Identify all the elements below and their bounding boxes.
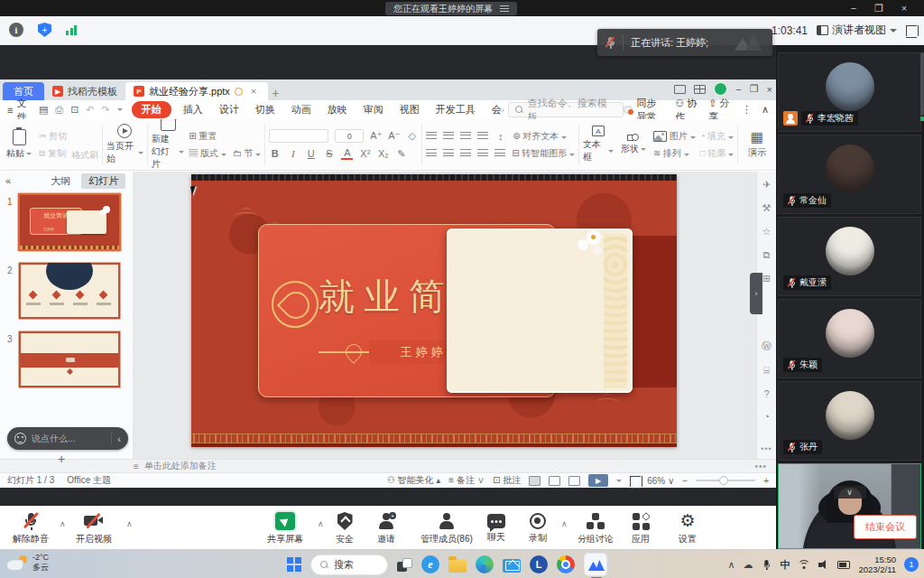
comments-toggle[interactable]: ⊡ 批注 <box>493 474 521 487</box>
tab-outline[interactable]: 大纲 <box>43 173 78 189</box>
slideshow-play-button[interactable]: ▶ <box>588 474 608 487</box>
ie-browser-icon[interactable]: e <box>421 555 439 573</box>
text-effect-icon[interactable]: ✎ <box>395 148 407 160</box>
tab-slides[interactable]: 幻灯片 <box>81 173 125 189</box>
beautify-button[interactable]: ⚇ 智能美化 ▴ <box>387 474 441 487</box>
underline-button[interactable]: U <box>305 148 317 159</box>
breakout-button[interactable]: 分组讨论 <box>578 512 614 545</box>
emoji-icon[interactable] <box>14 433 26 444</box>
save-icon[interactable]: ▤ <box>39 104 48 116</box>
tray-cloud-icon[interactable]: ☁ <box>743 559 753 571</box>
tab-document[interactable]: P 就业经验分享.pptx × <box>125 82 268 100</box>
menu-scroll-icon[interactable]: › <box>502 106 504 115</box>
taskbar-search[interactable]: 搜索 <box>310 555 388 575</box>
participant-tile[interactable]: 戴亚潆 <box>778 217 921 296</box>
paste-button[interactable]: 粘贴 <box>4 129 34 160</box>
shapes-button[interactable]: 形状 <box>618 134 649 155</box>
play-from-current-button[interactable]: 当页开始 <box>106 124 143 165</box>
slide-1[interactable]: 就业简谈 王婷婷 <box>191 174 677 447</box>
slide-thumbnail-3[interactable] <box>18 331 121 388</box>
tab-close-icon[interactable]: × <box>247 86 260 97</box>
cream-card[interactable] <box>447 228 633 393</box>
manage-members-button[interactable]: 管理成员(86) <box>420 512 473 545</box>
maximize-button[interactable]: ❐ <box>866 3 892 14</box>
menu-insert[interactable]: 插入 <box>175 103 211 117</box>
align-center-icon[interactable] <box>443 149 454 157</box>
new-slide-button[interactable]: 新建幻灯片 <box>152 119 185 171</box>
menu-start[interactable]: 开始 <box>132 101 171 118</box>
settings-button[interactable]: ⚙ 设置 <box>679 512 697 545</box>
tray-expand-icon[interactable]: ∧ <box>727 559 735 571</box>
task-view-button[interactable] <box>397 558 412 572</box>
zoom-level[interactable]: 66% ∨ <box>647 476 674 486</box>
rail-rocket-icon[interactable]: ✈ <box>762 179 771 191</box>
slide-canvas[interactable]: 就业简谈 王婷婷 <box>134 172 756 459</box>
blue-app-icon[interactable]: L <box>530 555 548 573</box>
preview-icon[interactable]: ⊡ <box>70 104 79 116</box>
chat-button[interactable]: 聊天 <box>487 512 505 544</box>
font-size-select[interactable]: 0 <box>335 129 364 143</box>
rail-settings-icon[interactable]: ⚒ <box>762 202 772 214</box>
view-mode-selector[interactable]: 演讲者视图 <box>817 23 897 38</box>
align-text-button[interactable]: ⊜ 对齐文本 <box>513 130 567 143</box>
watching-banner[interactable]: 您正在观看王婷婷的屏幕 <box>385 2 517 15</box>
clear-format-icon[interactable]: ◇ <box>406 130 418 142</box>
end-meeting-button[interactable]: 结束会议 <box>854 515 917 539</box>
minimize-button[interactable]: − <box>841 3 866 14</box>
section-button[interactable]: 🗀 节 <box>233 147 262 160</box>
menu-review[interactable]: 审阅 <box>356 103 392 117</box>
weather-widget[interactable]: -2°C多云 <box>7 553 49 573</box>
file-explorer-icon[interactable] <box>448 559 467 573</box>
columns-icon[interactable] <box>494 149 505 157</box>
start-video-button[interactable]: 开启视频 <box>76 512 112 545</box>
chat-collapse-icon[interactable]: ‹ <box>117 434 121 444</box>
ime-indicator[interactable]: 中 <box>780 558 790 572</box>
wps-restore-button[interactable]: ❐ <box>750 83 759 95</box>
decrease-font-icon[interactable]: A⁻ <box>388 130 400 142</box>
menu-transition[interactable]: 切换 <box>247 103 283 117</box>
notes-toggle[interactable]: ≡ 备注 ∨ <box>448 474 485 487</box>
undo-icon[interactable]: ↶ <box>86 104 94 116</box>
chrome-browser-icon[interactable] <box>557 555 575 573</box>
unmute-button[interactable]: 解除静音 <box>13 512 49 545</box>
battery-icon[interactable] <box>837 561 850 569</box>
rail-wps-icon[interactable]: Ⓦ <box>762 340 772 353</box>
notification-badge[interactable]: 1 <box>904 557 919 572</box>
rail-bell-icon[interactable]: ◔ <box>763 411 770 422</box>
theme-label[interactable]: Office 主题 <box>67 474 111 487</box>
indent-decrease-icon[interactable] <box>460 132 471 140</box>
wps-account-avatar[interactable] <box>714 82 727 96</box>
line-spacing-icon[interactable]: ↕ <box>494 131 506 142</box>
tray-mic-icon[interactable] <box>762 559 771 570</box>
align-right-icon[interactable] <box>460 149 471 157</box>
notes-more-icon[interactable]: ••• <box>754 461 776 471</box>
increase-font-icon[interactable]: A⁺ <box>370 130 382 142</box>
wifi-icon[interactable] <box>798 560 810 570</box>
menu-animation[interactable]: 动画 <box>283 103 319 117</box>
print-icon[interactable]: ⎙ <box>55 104 63 116</box>
meeting-app-icon[interactable] <box>584 553 607 576</box>
rail-layers-icon[interactable]: ⧉ <box>763 249 771 261</box>
italic-button[interactable]: I <box>287 148 299 159</box>
command-search-input[interactable]: 查找命令、搜索模板 <box>508 102 624 117</box>
rail-help-icon[interactable]: ? <box>763 388 769 399</box>
quick-chat-input[interactable]: 说点什么... ‹ <box>7 427 128 450</box>
font-name-select[interactable] <box>269 129 328 143</box>
more-icon[interactable]: ⋮ <box>742 104 752 116</box>
number-list-icon[interactable] <box>443 132 454 140</box>
menu-member[interactable]: 会 <box>484 103 502 117</box>
menu-devtools[interactable]: 开发工具 <box>428 103 484 117</box>
menu-slideshow[interactable]: 放映 <box>319 103 356 117</box>
zoom-slider-knob[interactable] <box>719 476 728 485</box>
video-options-icon[interactable]: ∧ <box>126 519 133 528</box>
participant-tile[interactable]: 常金仙 <box>778 135 921 214</box>
share-screen-button[interactable]: 共享屏幕 <box>267 512 303 545</box>
bold-button[interactable]: B <box>269 148 281 159</box>
fill-button[interactable]: ◔ 填充 <box>700 130 735 143</box>
mail-app-icon[interactable] <box>503 559 521 573</box>
close-button[interactable]: × <box>892 3 917 14</box>
layout-grid-icon[interactable] <box>694 85 706 94</box>
start-button[interactable] <box>287 557 301 572</box>
wps-close-button[interactable]: × <box>767 84 772 95</box>
reset-button[interactable]: ⊞ 重置 <box>189 130 261 143</box>
